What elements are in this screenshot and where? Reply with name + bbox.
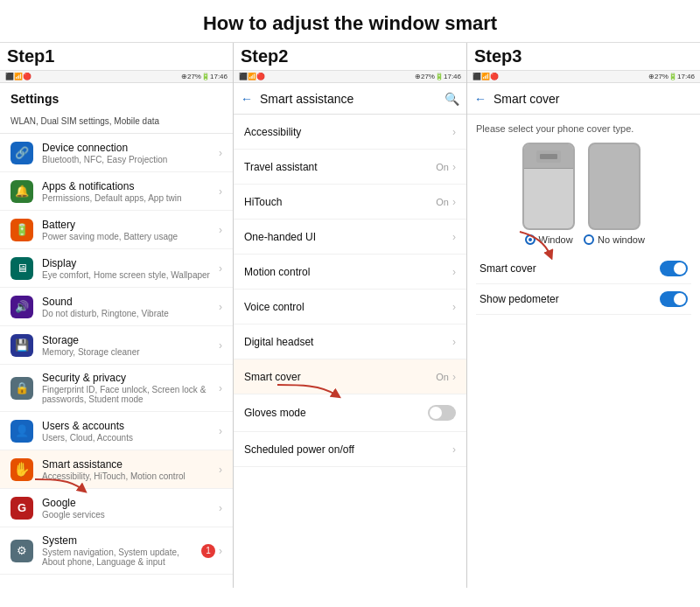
- apps-notifications-icon: 🔔: [10, 180, 33, 203]
- security-arrow: ›: [219, 382, 222, 394]
- red-arrow-1: [26, 478, 96, 504]
- no-window-phone-graphic: [588, 143, 640, 230]
- step2-status-left: ⬛📶🔴: [239, 73, 265, 80]
- gloves-mode-toggle[interactable]: [428, 405, 456, 421]
- smart-cover-label: Smart cover: [244, 371, 301, 383]
- one-handed-ui-arrow: ›: [452, 231, 456, 243]
- digital-headset-arrow: ›: [452, 336, 456, 348]
- no-window-label: No window: [598, 234, 645, 245]
- accessibility-arrow: ›: [452, 126, 456, 138]
- display-arrow: ›: [219, 262, 222, 275]
- step2-panel: Step2 ⬛📶🔴 ⊕27%🔋17:46 ← Smart assistance …: [234, 43, 467, 588]
- one-handed-ui-label: One-handed UI: [244, 231, 316, 243]
- settings-item-users-accounts[interactable]: 👤 Users & accounts Users, Cloud, Account…: [0, 412, 233, 450]
- smart-cover-setting-row: Smart cover: [476, 254, 691, 284]
- display-subtitle: Eye comfort, Home screen style, Wallpape…: [42, 270, 219, 280]
- device-connection-title: Device connection: [42, 142, 219, 154]
- voice-control-label: Voice control: [244, 301, 304, 313]
- smart-cover-value: On: [436, 372, 449, 382]
- step2-label: Step2: [241, 46, 288, 66]
- step1-status-bar: ⬛📶🔴 ⊕27%🔋17:46: [0, 71, 233, 83]
- travel-assistant-label: Travel assistant: [244, 161, 318, 173]
- menu-item-smart-cover[interactable]: Smart cover On ›: [234, 359, 466, 394]
- display-title: Display: [42, 257, 219, 269]
- motion-control-arrow: ›: [452, 266, 456, 278]
- accessibility-label: Accessibility: [244, 126, 301, 138]
- step1-status-left: ⬛📶🔴: [5, 73, 32, 80]
- step1-screen-title: Settings: [0, 83, 233, 109]
- apps-notifications-subtitle: Permissions, Default apps, App twin: [42, 193, 219, 203]
- step3-status-bar: ⬛📶🔴 ⊕27%🔋17:46: [467, 71, 700, 83]
- menu-item-one-handed-ui[interactable]: One-handed UI ›: [234, 220, 466, 255]
- step2-search-button[interactable]: 🔍: [444, 92, 459, 106]
- window-radio[interactable]: [525, 234, 536, 245]
- cover-option-window[interactable]: Window: [522, 143, 575, 245]
- cover-option-no-window[interactable]: No window: [584, 143, 645, 245]
- hitouch-value: On: [436, 197, 449, 207]
- digital-headset-label: Digital headset: [244, 336, 313, 348]
- travel-assistant-arrow: ›: [452, 161, 456, 173]
- security-subtitle: Fingerprint ID, Face unlock, Screen lock…: [42, 385, 219, 404]
- show-pedometer-toggle[interactable]: [660, 291, 688, 307]
- settings-item-system[interactable]: ⚙ System System navigation, System updat…: [0, 527, 233, 575]
- security-icon: 🔒: [10, 377, 33, 400]
- step1-panel: Step1 ⬛📶🔴 ⊕27%🔋17:46 Settings WLAN, Dual…: [0, 43, 234, 588]
- apps-notifications-arrow: ›: [219, 185, 222, 198]
- voice-control-arrow: ›: [452, 301, 456, 313]
- gloves-mode-label: Gloves mode: [244, 407, 306, 419]
- scheduled-power-arrow: ›: [452, 443, 456, 456]
- sound-title: Sound: [42, 296, 219, 308]
- menu-item-travel-assistant[interactable]: Travel assistant On ›: [234, 150, 466, 185]
- settings-item-sound[interactable]: 🔊 Sound Do not disturb, Ringtone, Vibrat…: [0, 288, 233, 326]
- settings-item-storage[interactable]: 💾 Storage Memory, Storage cleaner ›: [0, 326, 233, 365]
- step3-app-bar: ← Smart cover: [467, 83, 700, 115]
- users-accounts-icon: 👤: [10, 420, 33, 443]
- page-title: How to adjust the window smart: [0, 0, 700, 42]
- menu-item-voice-control[interactable]: Voice control ›: [234, 290, 466, 324]
- hitouch-arrow: ›: [452, 196, 456, 208]
- apps-notifications-title: Apps & notifications: [42, 180, 219, 192]
- step3-screen-title: Smart cover: [494, 92, 693, 106]
- settings-item-smart-assistance[interactable]: ✋ Smart assistance Accessibility, HiTouc…: [0, 450, 233, 489]
- no-window-radio[interactable]: [584, 234, 594, 245]
- display-icon: 🖥: [10, 257, 33, 280]
- sound-arrow: ›: [219, 301, 222, 313]
- window-label: Window: [539, 234, 573, 245]
- system-arrow: ›: [219, 545, 222, 557]
- google-arrow: ›: [219, 502, 222, 514]
- system-title: System: [42, 534, 201, 547]
- step3-header: Step3: [467, 43, 700, 71]
- step2-header: Step2: [234, 43, 466, 71]
- system-icon: ⚙: [10, 540, 33, 562]
- step3-status-left: ⬛📶🔴: [472, 73, 499, 80]
- settings-item-display[interactable]: 🖥 Display Eye comfort, Home screen style…: [0, 249, 233, 288]
- step2-menu-list: Accessibility › Travel assistant On › Hi…: [234, 115, 466, 588]
- menu-item-motion-control[interactable]: Motion control ›: [234, 255, 466, 290]
- step1-status-right: ⊕27%🔋17:46: [181, 73, 228, 80]
- settings-item-device-connection[interactable]: 🔗 Device connection Bluetooth, NFC, Easy…: [0, 134, 233, 172]
- cover-subtitle: Please select your phone cover type.: [476, 123, 691, 134]
- menu-item-accessibility[interactable]: Accessibility ›: [234, 115, 466, 150]
- settings-item-security[interactable]: 🔒 Security & privacy Fingerprint ID, Fac…: [0, 365, 233, 412]
- settings-item-apps-notifications[interactable]: 🔔 Apps & notifications Permissions, Defa…: [0, 172, 233, 211]
- device-connection-icon: 🔗: [10, 142, 33, 164]
- sound-subtitle: Do not disturb, Ringtone, Vibrate: [42, 309, 219, 318]
- system-subtitle: System navigation, System update, About …: [42, 548, 201, 567]
- show-pedometer-setting-row: Show pedometer: [476, 284, 691, 315]
- device-connection-subtitle: Bluetooth, NFC, Easy Projection: [42, 155, 219, 164]
- smart-cover-toggle[interactable]: [660, 261, 688, 276]
- show-pedometer-label: Show pedometer: [480, 293, 559, 305]
- storage-icon: 💾: [10, 334, 33, 357]
- google-subtitle: Google services: [42, 510, 219, 520]
- step1-notice-text: WLAN, Dual SIM settings, Mobile data: [10, 116, 159, 126]
- scheduled-power-label: Scheduled power on/off: [244, 443, 354, 456]
- step2-back-button[interactable]: ←: [241, 92, 253, 106]
- menu-item-hitouch[interactable]: HiTouch On ›: [234, 185, 466, 220]
- phone-covers-selector: Window No window: [476, 143, 691, 245]
- step3-back-button[interactable]: ←: [474, 92, 486, 106]
- storage-subtitle: Memory, Storage cleaner: [42, 347, 219, 357]
- settings-item-battery[interactable]: 🔋 Battery Power saving mode, Battery usa…: [0, 211, 233, 249]
- menu-item-digital-headset[interactable]: Digital headset ›: [234, 324, 466, 359]
- menu-item-scheduled-power[interactable]: Scheduled power on/off ›: [234, 432, 466, 467]
- motion-control-label: Motion control: [244, 266, 310, 278]
